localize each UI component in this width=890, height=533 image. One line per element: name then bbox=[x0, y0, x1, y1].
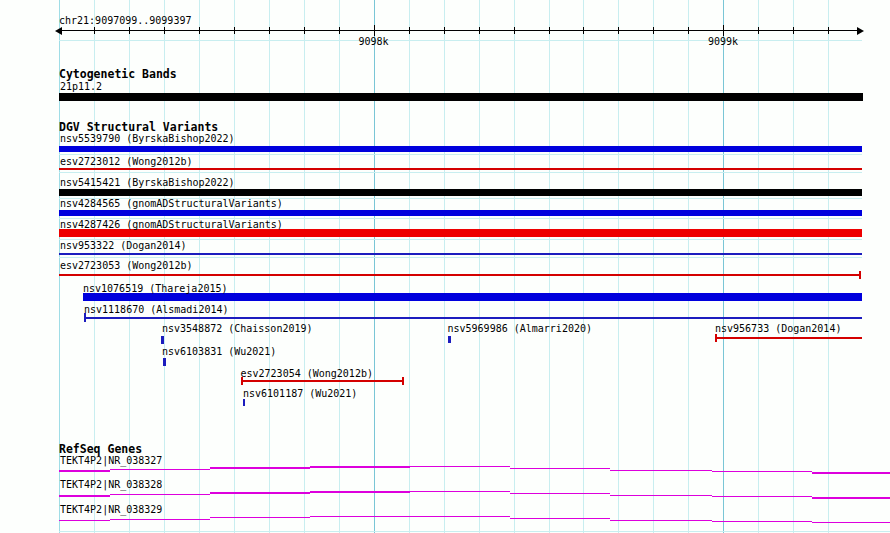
variant-label[interactable]: nsv1076519 (Thareja2015) bbox=[83, 284, 228, 294]
ruler-tick bbox=[514, 27, 515, 34]
ruler-tick bbox=[234, 27, 235, 34]
grid-line-vertical bbox=[444, 0, 445, 533]
variant-glyph[interactable] bbox=[243, 399, 246, 406]
gene-line[interactable] bbox=[812, 522, 890, 523]
gene-line[interactable] bbox=[59, 470, 110, 471]
gene-line[interactable] bbox=[210, 517, 310, 518]
gene-label[interactable]: TEKT4P2|NR_038329 bbox=[60, 505, 162, 515]
variant-label[interactable]: nsv4287426 (gnomADStructuralVariants) bbox=[60, 220, 283, 230]
variant-label[interactable]: nsv6103831 (Wu2021) bbox=[162, 347, 276, 357]
variant-glyph[interactable] bbox=[241, 380, 404, 382]
ruler-tick bbox=[758, 27, 759, 34]
gene-line[interactable] bbox=[510, 518, 610, 519]
variant-label[interactable]: nsv1118670 (Alsmadi2014) bbox=[84, 305, 229, 315]
ruler-tick bbox=[129, 27, 130, 34]
ruler-tick bbox=[339, 27, 340, 34]
ruler-arrow-left-icon bbox=[55, 27, 62, 35]
grid-line-vertical bbox=[618, 0, 619, 533]
variant-label[interactable]: esv2723054 (Wong2012b) bbox=[241, 369, 373, 379]
ruler-tick bbox=[304, 27, 305, 34]
ruler-tick bbox=[828, 27, 829, 34]
gene-line[interactable] bbox=[812, 472, 890, 473]
variant-glyph[interactable] bbox=[84, 313, 86, 321]
gene-line[interactable] bbox=[610, 495, 712, 496]
gene-line[interactable] bbox=[110, 469, 210, 470]
region-coordinates-label: chr21:9097099..9099397 bbox=[59, 16, 191, 26]
variant-label[interactable]: nsv5539790 (ByrskaBishop2022) bbox=[60, 134, 235, 144]
gene-line[interactable] bbox=[712, 471, 812, 472]
ruler-tick bbox=[793, 27, 794, 34]
gene-line[interactable] bbox=[59, 520, 110, 521]
variant-glyph[interactable] bbox=[83, 293, 862, 301]
gene-line[interactable] bbox=[310, 516, 410, 517]
ruler-tick bbox=[549, 27, 550, 34]
ruler-tick bbox=[409, 27, 410, 34]
variant-glyph[interactable] bbox=[85, 317, 863, 319]
variant-label[interactable]: nsv3548872 (Chaisson2019) bbox=[162, 324, 313, 334]
row-separator-line bbox=[59, 172, 862, 173]
ruler-tick-major bbox=[374, 25, 375, 36]
ruler-tick bbox=[164, 27, 165, 34]
grid-line-vertical bbox=[199, 0, 200, 533]
variant-glyph[interactable] bbox=[715, 334, 717, 342]
genome-browser-view: chr21:9097099..9099397 Cytogenetic Bands… bbox=[0, 0, 890, 533]
ruler-arrow-right-icon bbox=[857, 27, 864, 35]
variant-glyph[interactable] bbox=[59, 229, 862, 237]
variant-glyph[interactable] bbox=[448, 336, 451, 343]
gene-line[interactable] bbox=[210, 467, 310, 468]
variant-label[interactable]: esv2723012 (Wong2012b) bbox=[60, 157, 192, 167]
variant-glyph[interactable] bbox=[59, 253, 862, 255]
variant-glyph[interactable] bbox=[715, 337, 862, 339]
variant-label[interactable]: esv2723053 (Wong2012b) bbox=[60, 261, 192, 271]
gene-line[interactable] bbox=[410, 466, 510, 467]
gene-line[interactable] bbox=[610, 520, 712, 521]
variant-label[interactable]: nsv5969986 (Almarri2020) bbox=[448, 324, 593, 334]
variant-label[interactable]: nsv956733 (Dogan2014) bbox=[715, 324, 841, 334]
section-title-refseq-genes: RefSeq Genes bbox=[59, 444, 142, 455]
gene-label[interactable]: TEKT4P2|NR_038327 bbox=[60, 456, 162, 466]
variant-label[interactable]: nsv953322 (Dogan2014) bbox=[60, 241, 186, 251]
ruler-tick bbox=[269, 27, 270, 34]
gene-line[interactable] bbox=[310, 466, 410, 467]
row-separator-line bbox=[59, 531, 890, 532]
variant-label[interactable]: nsv4284565 (gnomADStructuralVariants) bbox=[60, 199, 283, 209]
variant-glyph[interactable] bbox=[59, 146, 862, 153]
gene-line[interactable] bbox=[410, 491, 510, 492]
ruler-tick bbox=[479, 27, 480, 34]
variant-glyph[interactable] bbox=[59, 210, 862, 217]
ruler-tick bbox=[688, 27, 689, 34]
variant-label[interactable]: nsv6101187 (Wu2021) bbox=[243, 389, 357, 399]
gene-line[interactable] bbox=[59, 495, 110, 496]
gene-line[interactable] bbox=[812, 497, 890, 498]
cytoband-glyph[interactable] bbox=[59, 93, 863, 102]
grid-line-vertical bbox=[479, 0, 480, 533]
ruler-tick bbox=[583, 27, 584, 34]
gene-line[interactable] bbox=[110, 494, 210, 495]
variant-glyph[interactable] bbox=[402, 377, 404, 385]
variant-glyph[interactable] bbox=[59, 168, 862, 170]
variant-glyph[interactable] bbox=[59, 274, 859, 276]
gene-line[interactable] bbox=[712, 521, 812, 522]
variant-glyph[interactable] bbox=[59, 189, 862, 196]
gene-line[interactable] bbox=[410, 516, 510, 517]
variant-glyph[interactable] bbox=[859, 271, 861, 279]
gene-line[interactable] bbox=[210, 492, 310, 493]
grid-line-vertical bbox=[758, 0, 759, 533]
variant-glyph[interactable] bbox=[161, 336, 164, 344]
cytoband-label[interactable]: 21p11.2 bbox=[60, 82, 102, 92]
gene-line[interactable] bbox=[110, 519, 210, 520]
ruler-line[interactable] bbox=[58, 30, 862, 31]
row-separator-line bbox=[59, 257, 862, 258]
gene-line[interactable] bbox=[712, 496, 812, 497]
gene-line[interactable] bbox=[310, 491, 410, 492]
gene-label[interactable]: TEKT4P2|NR_038328 bbox=[60, 480, 162, 490]
gene-line[interactable] bbox=[610, 470, 712, 471]
grid-line-vertical bbox=[269, 0, 270, 533]
row-separator-line bbox=[59, 40, 862, 41]
grid-line-vertical bbox=[583, 0, 584, 533]
variant-glyph[interactable] bbox=[163, 358, 166, 366]
gene-line[interactable] bbox=[510, 468, 610, 469]
section-title-dgv-structural-variants: DGV Structural Variants bbox=[59, 122, 218, 133]
variant-label[interactable]: nsv5415421 (ByrskaBishop2022) bbox=[60, 178, 235, 188]
gene-line[interactable] bbox=[510, 493, 610, 494]
